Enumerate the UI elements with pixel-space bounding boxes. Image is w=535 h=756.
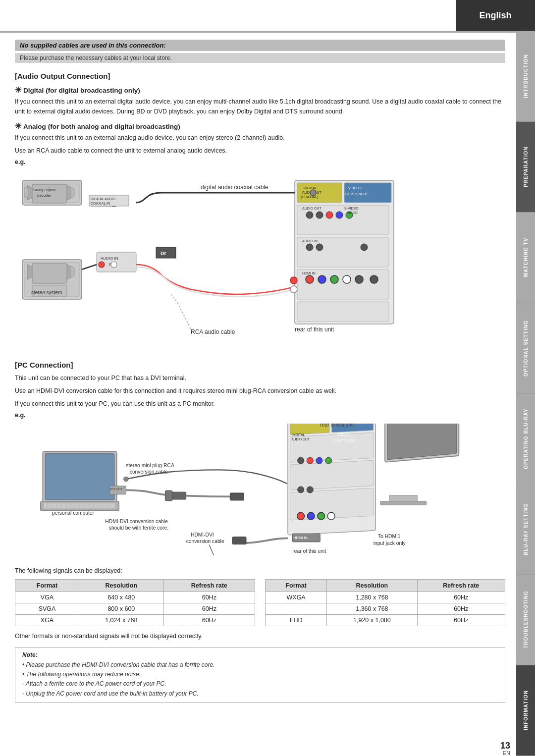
analog-body1: If you connect this unit to an external … [15, 133, 505, 143]
note-title: Note: [22, 651, 498, 658]
svg-point-8 [316, 212, 323, 218]
table1: Format Resolution Refresh rate VGA640 x … [15, 579, 255, 626]
svg-text:personal computer: personal computer [52, 510, 94, 516]
sidebar-tab-troubleshooting[interactable]: TROUBLESHOOTING [516, 575, 535, 665]
svg-point-67 [290, 286, 297, 293]
pc-diagram: HDMI IN DIGITAL AUDIO OUT VIDEO 1 COMPON… [15, 424, 505, 562]
svg-text:AUDIO OUT: AUDIO OUT [302, 207, 322, 210]
svg-rect-94 [387, 424, 457, 460]
svg-text:DIGITAL AUDIO: DIGITAL AUDIO [91, 197, 116, 201]
svg-point-16 [318, 275, 326, 283]
svg-text:or: or [160, 250, 166, 257]
svg-text:HDMI-DVI: HDMI-DVI [191, 532, 214, 538]
svg-point-76 [307, 457, 313, 464]
note-lines: • Please purchase the HDMI-DVI conversio… [22, 660, 498, 699]
svg-text:conversion cable: conversion cable [186, 539, 224, 544]
svg-line-65 [82, 265, 97, 270]
page-number: 13 [500, 741, 510, 751]
page-lang: EN [503, 750, 510, 756]
svg-text:rear of this unit: rear of this unit [292, 548, 326, 554]
sidebar-spacer [516, 0, 535, 31]
svg-text:To HDMI1: To HDMI1 [378, 534, 401, 539]
svg-rect-96 [380, 501, 427, 505]
svg-point-81 [297, 512, 305, 520]
sidebar-tab-preparation[interactable]: PREPARATION [516, 122, 535, 213]
sidebar-tab-watching[interactable]: WATCHING TV [516, 213, 535, 303]
pc-body2: Use an HDMI-DVI conversion cable for thi… [15, 386, 505, 396]
svg-point-18 [343, 275, 351, 283]
notice-box: No supplied cables are used in this conn… [15, 40, 505, 51]
svg-point-19 [355, 275, 363, 283]
svg-point-7 [306, 212, 313, 218]
svg-text:DVI OUT: DVI OUT [110, 487, 123, 490]
svg-point-15 [306, 275, 314, 283]
svg-point-78 [325, 457, 332, 464]
svg-text:VIDEO 1: VIDEO 1 [337, 433, 350, 436]
svg-rect-103 [45, 454, 114, 500]
svg-point-9 [326, 212, 333, 218]
table2-header-refresh: Refresh rate [417, 580, 505, 592]
analog-body2: Use an RCA audio cable to connect the un… [15, 146, 505, 156]
pc-diagram-svg: HDMI IN DIGITAL AUDIO OUT VIDEO 1 COMPON… [15, 424, 505, 562]
table-row: 1,360 x 76860Hz [266, 603, 505, 615]
svg-point-20 [370, 275, 378, 283]
audio-diagram-svg: DIGITAL AUDIO OUT (COAXIAL) VIDEO 1 COMP… [15, 170, 505, 354]
sidebar-tab-operating[interactable]: OPERATING BLU-RAY [516, 394, 535, 485]
svg-marker-44 [25, 187, 28, 198]
table2-header-format: Format [266, 580, 327, 592]
notice-title: No supplied cables are used in this conn… [20, 42, 166, 49]
svg-text:RCA audio cable: RCA audio cable [191, 328, 235, 335]
svg-point-63 [99, 262, 105, 268]
svg-point-83 [318, 512, 325, 520]
digital-body: If you connect this unit to an external … [15, 97, 505, 116]
svg-point-80 [307, 486, 313, 493]
pc-body3: If you connect this unit to your PC, you… [15, 399, 505, 409]
table2: Format Resolution Refresh rate WXGA1,280… [265, 579, 505, 626]
svg-text:HDMI IN: HDMI IN [293, 536, 308, 540]
table-row: SVGA800 x 60060Hz [15, 603, 255, 615]
format-tables: Format Resolution Refresh rate VGA640 x … [15, 579, 505, 626]
analog-subsection-heading: ✳ Analog (for both analog and digital br… [15, 121, 505, 131]
svg-text:S-VIDEO: S-VIDEO [344, 207, 359, 210]
audio-diagram: DIGITAL AUDIO OUT (COAXIAL) VIDEO 1 COMP… [15, 170, 505, 354]
sidebar-tab-information[interactable]: INFORMATION [516, 665, 535, 756]
sidebar-tab-introduction[interactable]: INTRODUCTION [516, 31, 535, 122]
sidebar-tab-optional[interactable]: OPTIONAL SETTING [516, 303, 535, 394]
svg-text:VIDEO: VIDEO [347, 211, 358, 215]
svg-point-84 [327, 512, 335, 520]
svg-text:VIDEO 1: VIDEO 1 [348, 186, 362, 190]
svg-text:HDMI IN: HDMI IN [302, 271, 316, 275]
svg-point-12 [306, 244, 313, 251]
svg-text:DIGITAL: DIGITAL [292, 433, 305, 436]
table-row: FHD1,920 x 1,08060Hz [266, 615, 505, 626]
svg-point-64 [111, 262, 117, 268]
svg-text:Dolby Digital: Dolby Digital [33, 188, 55, 192]
svg-text:COAXIAL  IN: COAXIAL IN [91, 202, 110, 205]
pc-section-heading: [PC Connection] [15, 361, 505, 369]
signals-text: The following signals can be displayed: [15, 567, 505, 574]
svg-text:should be with ferrite core.: should be with ferrite core. [109, 525, 168, 531]
svg-point-126 [124, 477, 128, 481]
svg-point-14 [361, 244, 368, 251]
language-label: English [479, 10, 511, 21]
svg-text:rear of this unit: rear of this unit [295, 326, 334, 333]
svg-rect-124 [165, 490, 172, 501]
svg-point-82 [307, 512, 315, 520]
svg-text:AUDIO OUT: AUDIO OUT [291, 437, 309, 441]
svg-point-66 [290, 277, 297, 284]
other-formats-text: Other formats or non-standard signals wi… [15, 631, 505, 641]
table2-header-resolution: Resolution [327, 580, 417, 592]
pc-body1: This unit can be connected to your PC th… [15, 373, 505, 383]
svg-text:(COAXIAL): (COAXIAL) [301, 195, 318, 199]
svg-text:stereo system: stereo system [31, 290, 62, 295]
svg-text:HDMI-DVI conversion cable: HDMI-DVI conversion cable [105, 519, 168, 524]
table-row: VGA640 x 48060Hz [15, 592, 255, 603]
svg-text:DIGITAL: DIGITAL [304, 186, 317, 190]
top-divider [0, 31, 516, 33]
svg-text:AUDIO IN: AUDIO IN [101, 256, 118, 261]
sidebar-tab-bluray-setting[interactable]: BLU-RAY SETTING [516, 484, 535, 575]
svg-rect-105 [44, 503, 115, 509]
svg-text:input jack only: input jack only [374, 540, 406, 546]
svg-point-10 [336, 212, 343, 218]
note-box: Note: • Please purchase the HDMI-DVI con… [15, 647, 505, 703]
